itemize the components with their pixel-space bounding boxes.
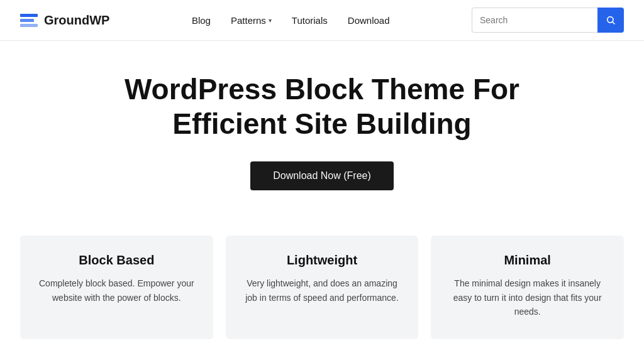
feature-title-lightweight: Lightweight: [243, 253, 401, 268]
nav-tutorials[interactable]: Tutorials: [292, 15, 328, 26]
feature-card-block-based: Block Based Completely block based. Empo…: [20, 236, 213, 339]
feature-card-lightweight: Lightweight Very lightweight, and does a…: [226, 236, 419, 339]
search-area: [472, 8, 624, 33]
features-section: Block Based Completely block based. Empo…: [0, 220, 644, 353]
feature-desc-lightweight: Very lightweight, and does an amazing jo…: [243, 276, 401, 305]
search-button[interactable]: [597, 8, 624, 33]
chevron-down-icon: ▾: [269, 17, 272, 24]
feature-title-minimal: Minimal: [448, 253, 606, 268]
download-cta-button[interactable]: Download Now (Free): [250, 161, 394, 190]
feature-desc-minimal: The minimal design makes it insanely eas…: [448, 276, 606, 318]
main-nav: Blog Patterns ▾ Tutorials Download: [192, 15, 390, 26]
feature-card-minimal: Minimal The minimal design makes it insa…: [431, 236, 624, 339]
site-header: GroundWP Blog Patterns ▾ Tutorials Downl…: [0, 0, 644, 41]
hero-section: WordPress Block Theme For Efficient Site…: [0, 41, 644, 215]
feature-desc-block-based: Completely block based. Empower your web…: [38, 276, 196, 305]
logo-area[interactable]: GroundWP: [20, 13, 109, 28]
nav-download[interactable]: Download: [348, 15, 390, 26]
nav-blog[interactable]: Blog: [192, 15, 211, 26]
logo-icon: [20, 14, 38, 27]
main-content: WordPress Block Theme For Efficient Site…: [0, 41, 644, 353]
feature-title-block-based: Block Based: [38, 253, 196, 268]
nav-patterns[interactable]: Patterns ▾: [231, 15, 272, 26]
logo-text: GroundWP: [44, 13, 109, 28]
search-icon: [606, 15, 616, 25]
svg-line-1: [613, 22, 614, 24]
hero-title: WordPress Block Theme For Efficient Site…: [125, 72, 519, 141]
search-input[interactable]: [472, 8, 597, 33]
